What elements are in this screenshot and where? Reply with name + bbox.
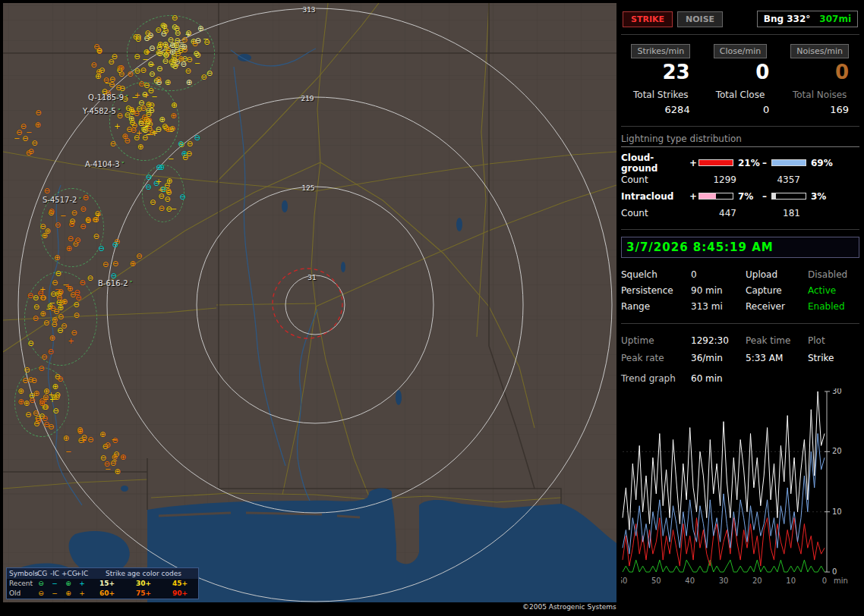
settings-value: Active: [808, 285, 836, 296]
strike-symbol: ⊖: [185, 68, 191, 75]
positive-percent: 21%: [738, 158, 762, 168]
strike-symbol: ⊖: [71, 329, 77, 337]
strike-symbol: ⊖: [186, 56, 192, 64]
legend-age-header: Strike age color codes: [89, 568, 198, 579]
strike-symbol: ⊖: [193, 50, 199, 58]
strike-symbol: ⊖: [145, 184, 151, 191]
settings-row: Range313 miReceiverEnabled: [621, 298, 859, 314]
strike-symbol: ⊕: [17, 388, 24, 395]
total-label: Total Close: [716, 90, 765, 100]
strike-symbol: ⊖: [127, 71, 133, 78]
legend-symbol: −: [48, 579, 61, 589]
minus-sign: –: [762, 158, 771, 168]
strike-symbol: ⊖: [87, 436, 93, 444]
negative-bar: [771, 159, 806, 166]
distribution-type-label: Intracloud: [621, 191, 689, 202]
strike-button[interactable]: STRIKE: [623, 11, 673, 27]
strike-symbol: ⊖: [129, 119, 135, 127]
strike-symbol: ⊖: [100, 454, 106, 462]
rate-value: 0: [835, 61, 859, 83]
map-view[interactable]: ⊖⊖⊖⊖⊖⊖⊖⊖⊖⊖⊖⊖−⊕⊖⊖⊖⊖⊕⊖⊖⊖−⊖⊖⊕⊕⊕⊖⊖⊖⊖+−⊖⊖⊖⊖⊖⊖…: [3, 3, 616, 602]
strike-symbol: −: [194, 60, 200, 68]
strike-symbol: −: [152, 128, 158, 136]
strike-symbol: −: [149, 61, 155, 69]
storm-cell-label: A-4104-3˅: [85, 160, 125, 168]
strike-symbol: ⊕: [54, 254, 60, 262]
strike-symbol: ⊖: [187, 140, 193, 148]
strike-symbol: ⊖: [134, 68, 140, 75]
strike-symbol: ⊖: [43, 394, 49, 401]
strike-symbol: ⊖: [90, 61, 96, 69]
strike-symbol: ⊕: [166, 178, 172, 185]
strike-symbol: ⊕: [161, 23, 167, 30]
strike-symbol: ⊖: [27, 148, 33, 156]
strike-symbol: ⊖: [140, 67, 147, 74]
strike-symbol: ⊖: [81, 434, 87, 442]
distribution-header: Lightning type distribution: [621, 134, 859, 147]
strike-symbol: ⊖: [33, 420, 39, 428]
positive-percent: 7%: [738, 191, 762, 202]
strike-symbol: ⊖: [162, 52, 169, 59]
uptime-row: Uptime1292:30Peak timePlot: [621, 332, 859, 349]
strike-symbol: ⊕: [66, 245, 72, 253]
trend-graph-window: 60 min: [691, 373, 723, 384]
strike-symbol: ⊖: [29, 392, 35, 400]
strike-symbol: ⊖: [109, 81, 115, 89]
strike-symbol: ⊖: [48, 423, 54, 431]
strike-symbol: ⊖: [61, 322, 67, 330]
strike-symbol: −: [112, 457, 118, 465]
svg-text:min: min: [834, 577, 848, 585]
legend-symbol: −: [48, 589, 61, 599]
trend-graph-label-row: Trend graph 60 min: [621, 368, 859, 385]
strike-symbol: ⊖: [27, 292, 33, 300]
strike-symbol: ⊖: [33, 315, 39, 322]
strike-symbol: ⊖: [39, 223, 46, 231]
svg-text:0: 0: [822, 577, 827, 585]
total-label: Total Noises: [793, 90, 847, 100]
strike-symbol: −: [105, 466, 111, 473]
strike-symbol: ⊕: [171, 102, 177, 109]
strike-symbol: ⊖: [156, 164, 162, 171]
strike-symbol: ⊕: [186, 79, 192, 86]
trend-graph: 01020306050403020100min: [621, 388, 859, 589]
range-ring-label: 313: [302, 6, 315, 14]
legend-row-label: Old: [7, 589, 34, 599]
strike-symbol: ⊖: [79, 279, 85, 287]
plus-sign: +: [689, 158, 698, 168]
minus-sign: –: [762, 191, 771, 202]
distribution-type-label: Cloud-ground: [621, 152, 689, 174]
noise-button[interactable]: NOISE: [677, 11, 723, 27]
strike-symbol: ⊖: [200, 74, 207, 81]
rate-label-button[interactable]: Close/min: [714, 44, 767, 58]
strike-symbol: ⊖: [31, 140, 37, 147]
strike-symbol: ⊖: [55, 373, 61, 381]
uptime-row: Peak rate36/min5:33 AMStrike: [621, 349, 859, 366]
settings-label: Range: [621, 301, 691, 312]
legend-age-code: 15+: [89, 579, 125, 589]
strike-symbol: ⊕: [129, 260, 135, 268]
strike-symbol: ⊖: [24, 366, 30, 374]
storm-motion-marker: ˅: [78, 197, 81, 204]
strike-symbol: ⊖: [31, 377, 37, 385]
rate-column: Close/min0: [701, 44, 780, 83]
strike-symbol: ⊖: [58, 288, 64, 296]
rate-value: 23: [662, 61, 700, 83]
total-label: Total Strikes: [633, 90, 689, 100]
storm-cell-label: Q-1185-9˅: [88, 93, 128, 102]
strike-symbol: ⊖: [169, 125, 175, 133]
control-panel: STRIKE NOISE Bng 332° 307mi Strikes/min2…: [621, 3, 859, 614]
strike-symbol: −: [131, 94, 137, 102]
strike-symbol: ⊖: [75, 294, 81, 302]
rate-label-button[interactable]: Noises/min: [790, 44, 849, 58]
strike-symbol: ⊖: [179, 193, 185, 201]
rate-label-button[interactable]: Strikes/min: [631, 44, 690, 58]
strike-symbol: ⊖: [55, 222, 61, 229]
strike-symbol: ⊕: [178, 55, 184, 63]
bearing-distance: 307mi: [819, 14, 851, 24]
strike-symbol: ⊖: [136, 253, 142, 260]
positive-bar: [698, 193, 733, 200]
strike-symbol: ⊕: [169, 49, 175, 56]
settings-value: 0: [691, 269, 746, 280]
strike-symbol: ⊖: [164, 196, 170, 203]
strike-symbol: ⊖: [169, 42, 175, 49]
